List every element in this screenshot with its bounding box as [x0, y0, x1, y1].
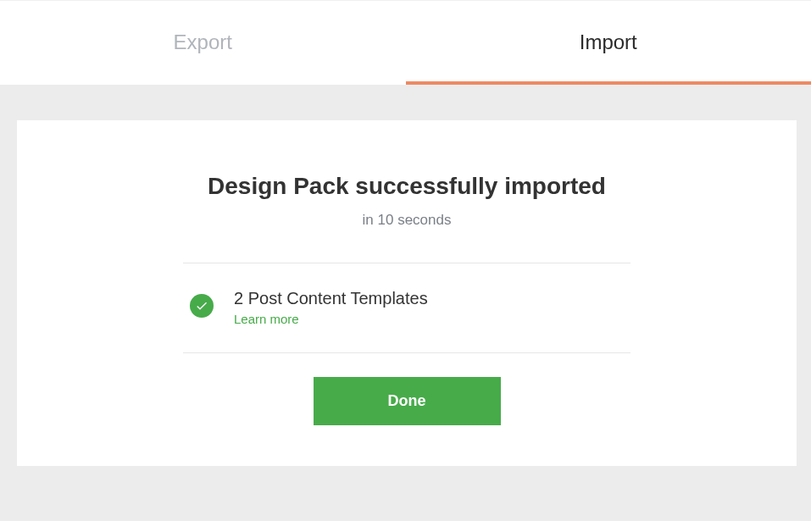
item-title: 2 Post Content Templates — [234, 289, 428, 308]
imported-item-row: 2 Post Content Templates Learn more — [183, 263, 630, 352]
card-subtitle: in 10 seconds — [183, 212, 630, 229]
button-wrap: Done — [183, 377, 630, 425]
divider-bottom — [183, 352, 630, 353]
card-title: Design Pack successfully imported — [183, 173, 630, 200]
result-card: Design Pack successfully imported in 10 … — [17, 120, 797, 466]
done-button[interactable]: Done — [314, 377, 501, 425]
check-icon — [190, 294, 214, 318]
tab-export[interactable]: Export — [0, 1, 406, 85]
card-inner: Design Pack successfully imported in 10 … — [183, 173, 630, 425]
tabs-bar: Export Import — [0, 0, 811, 85]
content-area: Design Pack successfully imported in 10 … — [0, 85, 811, 521]
tab-import[interactable]: Import — [406, 1, 812, 85]
item-text: 2 Post Content Templates Learn more — [234, 289, 428, 327]
learn-more-link[interactable]: Learn more — [234, 312, 299, 326]
